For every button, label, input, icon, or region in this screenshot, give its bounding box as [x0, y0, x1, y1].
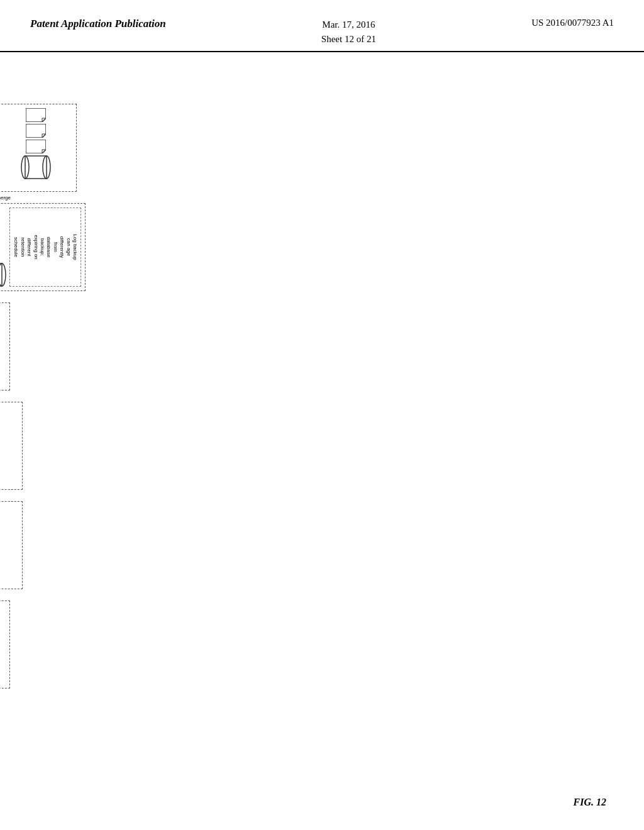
- svg-marker-0: [26, 108, 46, 122]
- fig-label: FIG. 12: [574, 797, 606, 808]
- svg-point-6: [0, 263, 6, 286]
- column-t3: T-3 1208: [0, 402, 23, 490]
- column-t0: Log backup expired with database backup …: [0, 104, 77, 192]
- db-icon-t1: [0, 263, 7, 287]
- doc-icon: [26, 124, 46, 138]
- svg-rect-4: [25, 156, 47, 179]
- page-header: Patent Application Publication Mar. 17, …: [0, 0, 644, 52]
- db-icon: [20, 155, 52, 179]
- header-center-text: Mar. 17, 2016 Sheet 12 of 21: [321, 18, 376, 46]
- publication-title: Patent Application Publication: [30, 18, 166, 30]
- patent-number: US 2016/0077923 A1: [531, 18, 614, 28]
- pub-date: Mar. 17, 2016: [321, 18, 376, 32]
- column-t2: T-2 1206: [0, 302, 10, 390]
- svg-rect-7: [0, 263, 2, 286]
- svg-marker-2: [26, 140, 46, 153]
- merge-arrow-0-1: merge: [0, 193, 11, 202]
- column-t1: Log backupcan agedifferentlyfromdatabase…: [0, 203, 86, 291]
- doc-icon: [26, 108, 46, 122]
- column-tcurrent: T current 1212: [0, 600, 10, 689]
- svg-marker-1: [26, 124, 46, 138]
- sheet-info: Sheet 12 of 21: [321, 32, 376, 47]
- db-icon-t4: [0, 563, 1, 585]
- column-t4: T-4 1210: [0, 501, 23, 589]
- db-icon-t3: [0, 453, 1, 477]
- doc-icon: [26, 140, 46, 153]
- header-right-text: US 2016/0077923 A1: [531, 18, 614, 28]
- header-left-text: Patent Application Publication: [30, 18, 166, 30]
